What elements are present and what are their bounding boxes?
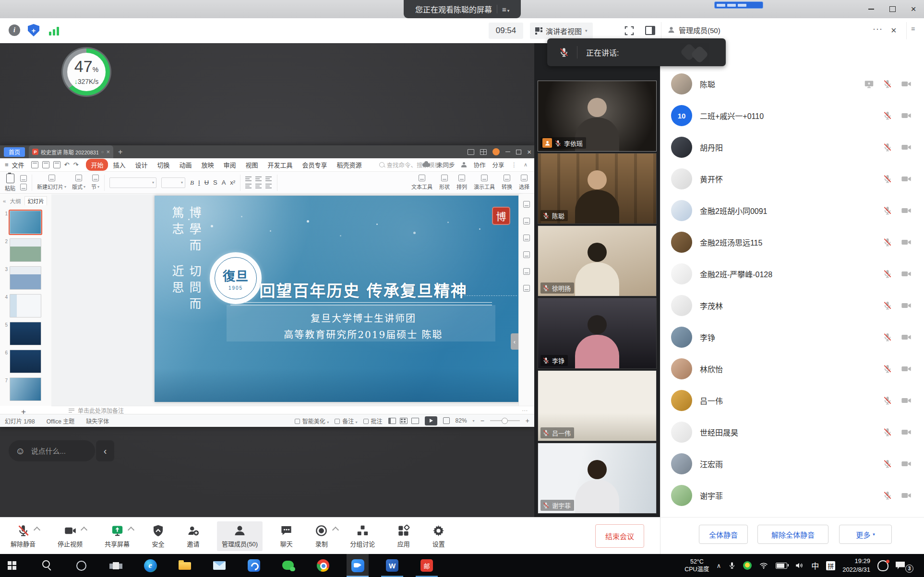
antivirus-tray-icon[interactable] xyxy=(743,561,752,570)
muted-mic-icon[interactable] xyxy=(883,491,892,500)
slide-thumbnail[interactable]: 2 xyxy=(1,238,49,262)
print-icon[interactable] xyxy=(42,161,49,168)
format-button[interactable]: B xyxy=(190,179,194,187)
format-button[interactable]: S xyxy=(213,179,217,186)
participant-row[interactable]: 世经田晟昊 xyxy=(660,416,924,448)
slide-thumbnail[interactable]: 4 xyxy=(1,294,49,318)
normal-view-icon[interactable] xyxy=(388,418,396,424)
minimized-window-preview[interactable] xyxy=(714,1,763,9)
fullscreen-icon[interactable] xyxy=(624,25,635,36)
wps-maximize-icon[interactable] xyxy=(516,150,521,154)
redo-icon[interactable]: ↷ xyxy=(73,161,79,168)
video-tile[interactable]: 陈聪 xyxy=(538,153,657,224)
muted-mic-icon[interactable] xyxy=(883,459,892,469)
taskbar-app-icon[interactable] xyxy=(208,554,230,577)
info-icon[interactable]: i xyxy=(9,24,20,36)
camera-icon[interactable] xyxy=(901,79,912,89)
participant-row[interactable]: 谢宇菲 xyxy=(660,480,924,511)
properties-icon[interactable] xyxy=(523,201,530,208)
wps-menu-item[interactable]: 切换 xyxy=(152,159,174,171)
toolbar-button[interactable]: 管理成员(50) xyxy=(217,521,263,551)
ribbon-button[interactable]: 文本工具 xyxy=(411,175,432,190)
wps-account-avatar[interactable] xyxy=(492,148,500,155)
wps-minimize-icon[interactable] xyxy=(505,152,510,153)
slide-thumbnail-image[interactable] xyxy=(10,238,41,262)
maximize-button[interactable] xyxy=(882,0,903,18)
beautify-button[interactable]: 智能美化 ▾ xyxy=(295,417,329,425)
participant-row[interactable]: 金融2班-严攀峰-0128 xyxy=(660,258,924,290)
tab-outline[interactable]: 大纲 xyxy=(10,197,21,205)
camera-icon[interactable] xyxy=(901,459,912,469)
ribbon-button[interactable]: 转换 xyxy=(502,175,512,190)
taskbar-app-icon[interactable] xyxy=(312,554,334,577)
camera-icon[interactable] xyxy=(901,237,912,247)
messenger-tray-icon[interactable] xyxy=(877,560,888,571)
fit-slide-icon[interactable] xyxy=(443,417,450,424)
video-tile[interactable]: 徐明扬 xyxy=(538,225,657,296)
video-tile[interactable]: 吕一伟 xyxy=(538,370,657,441)
zoom-out-button[interactable]: − xyxy=(480,417,484,424)
participant-row[interactable]: 陈聪 xyxy=(660,68,924,100)
zoom-in-button[interactable]: + xyxy=(526,417,529,424)
notification-center-icon[interactable] xyxy=(896,562,905,569)
design-pane-icon[interactable] xyxy=(523,235,530,241)
slide-thumbnail-image[interactable] xyxy=(10,377,41,401)
panel-close-icon[interactable]: × xyxy=(891,24,897,36)
wps-menu-item[interactable]: 插入 xyxy=(108,159,130,171)
font-size-select[interactable]: ▾ xyxy=(161,177,185,188)
expand-chevron-icon[interactable] xyxy=(81,526,87,533)
video-tile[interactable]: 李铮 xyxy=(538,298,657,369)
taskbar-app-icon[interactable] xyxy=(36,554,58,577)
muted-mic-icon[interactable] xyxy=(883,332,892,342)
camera-icon[interactable] xyxy=(901,269,912,279)
toolbar-button[interactable]: 共享屏幕 xyxy=(100,521,134,551)
chat-input-pill[interactable]: ☺ xyxy=(9,440,95,461)
taskbar-app-icon[interactable] xyxy=(70,554,92,577)
taskbar-app-icon[interactable]: e xyxy=(139,554,161,577)
slide-thumbnail[interactable]: 6 xyxy=(1,350,49,373)
format-button[interactable]: x² xyxy=(230,179,235,186)
camera-icon[interactable] xyxy=(901,300,912,311)
participant-row[interactable]: 胡丹阳 xyxy=(660,131,924,163)
side-panel-toggle-icon[interactable] xyxy=(645,26,655,35)
close-button[interactable]: × xyxy=(903,0,924,18)
taskbar-app-icon[interactable]: W xyxy=(381,554,403,577)
kebab-menu-icon[interactable]: ⋮ xyxy=(511,161,517,168)
toolbar-button[interactable]: 安全 xyxy=(147,521,169,551)
font-family-select[interactable]: ▾ xyxy=(109,177,156,188)
participant-row[interactable]: 10 二班+戚兴一+0110 xyxy=(660,100,924,131)
sync-status[interactable]: 未同步 xyxy=(437,160,455,169)
toolbar-button[interactable]: 聊天 xyxy=(275,521,298,551)
share-button[interactable]: 分享 xyxy=(492,160,504,169)
wps-menu-item[interactable]: 开发工具 xyxy=(263,159,298,171)
taskbar-app-icon[interactable] xyxy=(174,554,196,577)
collapse-pane-icon[interactable]: « xyxy=(3,198,6,204)
taskbar-app-icon[interactable] xyxy=(243,554,265,577)
ribbon-button[interactable]: 新建幻灯片▾ xyxy=(37,175,66,190)
expand-chevron-icon[interactable] xyxy=(34,526,40,533)
comments-button[interactable]: 批注 xyxy=(363,417,383,425)
toolbar-button[interactable]: 停止视频 xyxy=(53,521,87,551)
new-tab-button[interactable]: + xyxy=(118,148,122,156)
cut-icon[interactable] xyxy=(20,175,27,182)
ribbon-button[interactable]: 节▾ xyxy=(91,175,99,190)
zoom-slider-knob[interactable] xyxy=(502,418,508,424)
ribbon-button[interactable]: 选择 xyxy=(519,175,529,190)
unmute-all-button[interactable]: 解除全体静音 xyxy=(757,525,828,544)
participant-row[interactable]: 黄开怀 xyxy=(660,163,924,195)
copy-icon[interactable] xyxy=(20,184,27,190)
wps-menu-item[interactable]: 动画 xyxy=(174,159,196,171)
wps-menu-item[interactable]: 稻壳资源 xyxy=(332,159,367,171)
undo-icon[interactable]: ↶ xyxy=(64,161,70,168)
animation-pane-icon[interactable] xyxy=(523,218,530,224)
camera-icon[interactable] xyxy=(901,490,912,501)
format-button[interactable]: U xyxy=(204,179,209,186)
slide-thumbnail-image[interactable] xyxy=(10,322,41,345)
camera-icon[interactable] xyxy=(901,205,912,216)
theme-name[interactable]: Office 主题 xyxy=(47,417,74,425)
tab-pin-icon[interactable]: ○ xyxy=(101,149,104,154)
wps-menu-item[interactable]: 会员专享 xyxy=(298,159,332,171)
participant-row[interactable]: 李铮 xyxy=(660,321,924,353)
ime-language[interactable]: 中 xyxy=(811,560,819,571)
paste-button[interactable]: 粘贴 xyxy=(5,174,15,192)
